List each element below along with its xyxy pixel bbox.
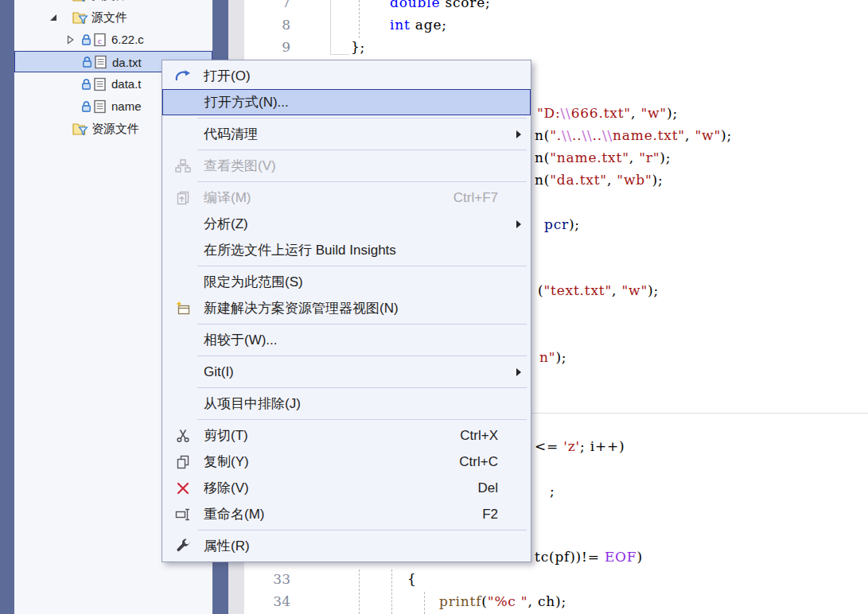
menu-item-打开方式(N)...[interactable]: 打开方式(N)... xyxy=(162,89,531,115)
line-number: 34 xyxy=(244,591,290,612)
rename-icon xyxy=(172,507,194,523)
menu-item-label: 相较于(W)... xyxy=(204,332,278,348)
remove-icon xyxy=(172,480,194,496)
tree-item-源文件[interactable]: 源文件 xyxy=(14,6,212,28)
copy-icon xyxy=(172,454,194,470)
menu-item-label: Git(I) xyxy=(204,364,234,379)
code-fragment: "D:\\666.txt", "w"); xyxy=(537,103,678,124)
tree-item-label: 头文件 xyxy=(91,0,127,6)
lock-icon xyxy=(82,56,92,68)
menu-separator xyxy=(197,150,527,150)
menu-shortcut: Del xyxy=(477,475,498,501)
folder-filter-icon xyxy=(72,122,88,135)
menu-item-相较于(W)...[interactable]: 相较于(W)... xyxy=(162,327,531,353)
menu-item-移除(V)[interactable]: 移除(V)Del xyxy=(162,475,531,501)
menu-item-label: 代码清理 xyxy=(204,126,258,142)
menu-item-label: 限定为此范围(S) xyxy=(204,274,303,290)
menu-item-label: 编译(M) xyxy=(204,190,251,205)
compile-icon xyxy=(172,190,194,206)
menu-item-label: 分析(Z) xyxy=(204,216,248,231)
menu-shortcut: Ctrl+F7 xyxy=(453,185,498,211)
code-fragment: ("text.txt", "w"); xyxy=(538,280,659,301)
menu-item-Git(I)[interactable]: Git(I) xyxy=(162,359,531,385)
txt-file-icon xyxy=(95,55,107,68)
menu-item-label: 移除(V) xyxy=(204,480,249,495)
menu-item-label: 在所选文件上运行 Build Insights xyxy=(204,243,396,258)
code-fragment: n(".\\..\\..\\name.txt", "w"); xyxy=(535,125,732,146)
menu-item-属性(R)[interactable]: 属性(R) xyxy=(162,533,531,559)
folder-filter-icon xyxy=(72,10,88,24)
menu-shortcut: Ctrl+C xyxy=(459,449,498,475)
menu-separator xyxy=(197,419,527,420)
code-line: int age; xyxy=(390,14,447,36)
context-menu: 打开(O)打开方式(N)...代码清理查看类图(V)编译(M)Ctrl+F7分析… xyxy=(162,60,531,562)
submenu-arrow-icon xyxy=(516,368,521,376)
lock-icon xyxy=(81,33,91,45)
menu-item-label: 重命名(M) xyxy=(204,507,264,522)
submenu-arrow-icon xyxy=(516,220,521,228)
code-line: double score; xyxy=(390,0,491,14)
tree-item-label: data.t xyxy=(111,73,142,95)
menu-separator xyxy=(197,324,527,324)
menu-item-打开(O)[interactable]: 打开(O) xyxy=(162,63,531,89)
menu-item-分析(Z)[interactable]: 分析(Z) xyxy=(162,211,531,237)
tree-item-label: 源文件 xyxy=(91,6,127,28)
tree-item-label: 6.22.c xyxy=(111,29,144,50)
menu-item-label: 复制(Y) xyxy=(204,454,249,469)
code-fragment: n("name.txt", "r"); xyxy=(535,147,671,169)
menu-item-label: 新建解决方案资源管理器视图(N) xyxy=(204,301,399,316)
menu-item-重命名(M)[interactable]: 重命名(M)F2 xyxy=(162,501,531,527)
menu-item-label: 打开(O) xyxy=(204,68,251,84)
indent-guide xyxy=(359,0,360,38)
tree-item-label: 资源文件 xyxy=(91,118,139,139)
expander-collapsed-icon[interactable] xyxy=(67,35,74,45)
menu-item-复制(Y)[interactable]: 复制(Y)Ctrl+C xyxy=(162,449,531,475)
menu-item-限定为此范围(S)[interactable]: 限定为此范围(S) xyxy=(162,269,531,295)
open-icon xyxy=(172,68,194,84)
submenu-arrow-icon xyxy=(516,130,521,138)
menu-item-从项目中排除(J)[interactable]: 从项目中排除(J) xyxy=(162,391,531,417)
tree-item-头文件[interactable]: 头文件 xyxy=(14,0,212,6)
brace-guide-horizontal xyxy=(330,54,349,55)
brace-guide-vertical xyxy=(330,0,331,54)
menu-separator xyxy=(197,530,527,530)
tree-item-label: da.txt xyxy=(112,52,142,73)
menu-shortcut: Ctrl+X xyxy=(460,422,498,449)
menu-item-查看类图(V): 查看类图(V) xyxy=(162,153,531,179)
code-fragment: pcr); xyxy=(544,214,580,235)
menu-item-label: 剪切(T) xyxy=(204,428,248,443)
indent-guide xyxy=(359,569,360,614)
menu-separator xyxy=(197,118,527,119)
menu-item-剪切(T)[interactable]: 剪切(T)Ctrl+X xyxy=(162,422,531,449)
cut-icon xyxy=(172,428,194,444)
menu-item-编译(M): 编译(M)Ctrl+F7 xyxy=(162,185,531,211)
expander-expanded-icon[interactable] xyxy=(49,14,57,21)
line-number: 7 xyxy=(244,0,290,14)
menu-item-label: 查看类图(V) xyxy=(204,158,276,173)
tree-item-6.22.c[interactable]: c6.22.c xyxy=(14,29,212,50)
menu-item-label: 打开方式(N)... xyxy=(204,95,289,110)
line-number: 9 xyxy=(244,37,290,58)
line-number: 33 xyxy=(244,569,290,590)
folder-filter-icon xyxy=(72,0,88,2)
properties-icon xyxy=(172,538,194,554)
menu-item-在所选文件上运行 Build Insights[interactable]: 在所选文件上运行 Build Insights xyxy=(162,237,531,263)
lock-icon xyxy=(81,100,91,112)
code-fragment: n"); xyxy=(539,347,566,368)
window-left-edge xyxy=(0,0,14,614)
code-line: { xyxy=(407,569,417,590)
menu-item-label: 从项目中排除(J) xyxy=(204,396,301,411)
menu-separator xyxy=(197,356,527,356)
txt-file-icon xyxy=(94,77,106,91)
c-file-icon: c xyxy=(94,33,106,46)
indent-guide xyxy=(391,569,392,614)
menu-item-代码清理[interactable]: 代码清理 xyxy=(162,121,531,147)
code-fragment: tc(pf))!= EOF) xyxy=(535,546,643,568)
menu-item-新建解决方案资源管理器视图(N)[interactable]: 新建解决方案资源管理器视图(N) xyxy=(162,295,531,321)
txt-file-icon xyxy=(94,99,106,113)
code-fragment: <= 'z'; i++) xyxy=(535,436,625,457)
svg-text:c: c xyxy=(98,35,102,45)
line-number: 8 xyxy=(244,14,290,36)
code-line: }; xyxy=(351,37,365,58)
menu-separator xyxy=(197,181,527,182)
